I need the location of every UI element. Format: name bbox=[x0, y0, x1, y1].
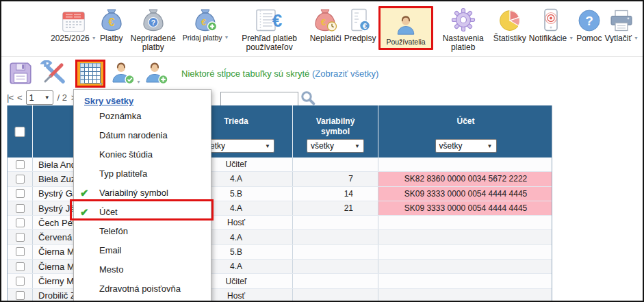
row-checkbox[interactable] bbox=[16, 204, 25, 213]
toolbar-item-label: 2025/2026▼ bbox=[51, 34, 96, 43]
svg-text:€: € bbox=[363, 22, 367, 30]
cell-variabilny-symbol bbox=[293, 245, 378, 259]
toolbar-item-notifikacie[interactable]: Notifikácie▼ bbox=[529, 6, 574, 43]
cell-ucet bbox=[378, 245, 552, 259]
cell-ucet bbox=[378, 158, 552, 171]
pagination: |< < 1 ▼ / 2 > bbox=[7, 90, 76, 105]
filter-value: všetky bbox=[311, 141, 334, 151]
cell-variabilny-symbol: 7 bbox=[293, 172, 378, 186]
column-visibility-menu: Skry všetky Poznámka Dátum narodenia Kon… bbox=[73, 89, 211, 302]
ledger-euro-icon: € bbox=[256, 6, 283, 32]
prev-page-button[interactable]: < bbox=[17, 92, 22, 103]
menu-item-koniec-studia[interactable]: Koniec štúdia bbox=[74, 145, 211, 164]
toolbar-item-platby[interactable]: € Platby bbox=[99, 6, 124, 43]
cell-ucet bbox=[378, 274, 552, 288]
cell-ucet bbox=[378, 216, 552, 229]
menu-item-mesto[interactable]: Mesto bbox=[74, 260, 211, 279]
chevron-down-icon: ▼ bbox=[224, 35, 229, 40]
row-checkbox[interactable] bbox=[16, 175, 25, 184]
toolbar-item-prehlad-platieb[interactable]: € Prehľad platieb používateľov bbox=[232, 6, 307, 52]
svg-text:€: € bbox=[108, 16, 114, 28]
header-ucet-cell: Účet všetky ▼ bbox=[378, 105, 552, 158]
page-select[interactable]: 1 ▼ bbox=[26, 90, 53, 105]
menu-item-zdravotna-poistovna[interactable]: Zdravotná poisťovňa bbox=[74, 279, 211, 299]
select-all-checkbox[interactable] bbox=[15, 127, 25, 137]
variabilny-symbol-filter-select[interactable]: všetky ▼ bbox=[307, 139, 364, 153]
chevron-down-icon: ▼ bbox=[265, 143, 270, 149]
toolbar-item-nepriradene-platby[interactable]: ? Nepriradené platby bbox=[127, 6, 180, 52]
column-chooser-button[interactable]: ▼ bbox=[75, 60, 105, 88]
chevron-down-icon: ▼ bbox=[355, 143, 360, 149]
tools-icon bbox=[40, 60, 68, 86]
action-toolbar: ▼ ▼ Niektoré stĺpce tabuľky sú skryté (Z… bbox=[1, 58, 643, 89]
menu-item-variabilny-symbol[interactable]: ✔ Variabilný symbol bbox=[74, 184, 211, 203]
first-page-button[interactable]: |< bbox=[7, 92, 13, 103]
toolbar-item-label: Používatelia bbox=[386, 38, 425, 47]
menu-item-poznamka[interactable]: Poznámka bbox=[74, 107, 211, 126]
toolbar-item-label: Pridaj platby▼ bbox=[183, 34, 229, 42]
row-checkbox[interactable] bbox=[16, 189, 25, 198]
add-user-button[interactable] bbox=[144, 61, 170, 86]
cell-variabilny-symbol bbox=[293, 274, 378, 288]
row-checkbox[interactable] bbox=[16, 233, 25, 242]
confirm-users-button[interactable]: ▼ bbox=[110, 61, 136, 86]
moneybag-question-icon: ? bbox=[141, 6, 166, 32]
toolbar-item-nastavenia-platieb[interactable]: Nastavenia platieb bbox=[436, 6, 491, 52]
toolbar-item-pridaj-platby[interactable]: € Pridaj platby▼ bbox=[183, 6, 229, 42]
calendar-icon bbox=[62, 6, 85, 32]
cell-variabilny-symbol bbox=[293, 230, 378, 244]
svg-text:?: ? bbox=[151, 18, 155, 27]
cell-variabilny-symbol bbox=[293, 289, 378, 302]
row-checkbox[interactable] bbox=[16, 160, 25, 169]
cell-ucet: SK09 3333 0000 0054 4444 4445 bbox=[378, 187, 552, 201]
svg-text:€: € bbox=[272, 10, 281, 31]
chevron-down-icon: ▼ bbox=[44, 95, 50, 101]
tools-button[interactable] bbox=[40, 60, 68, 86]
check-icon: ✔ bbox=[80, 203, 89, 222]
toolbar-item-label: Nastavenia platieb bbox=[436, 34, 491, 52]
toolbar-item-pouzivatelia[interactable]: Používatelia bbox=[378, 6, 433, 50]
row-checkbox[interactable] bbox=[16, 277, 25, 286]
toolbar-item-label: Vytlačiť▼ bbox=[605, 34, 639, 43]
header-variabilny-symbol-cell: Variabilný symbol všetky ▼ bbox=[293, 105, 378, 158]
toolbar-item-predpisy[interactable]: € Predpisy bbox=[344, 6, 376, 43]
row-checkbox[interactable] bbox=[16, 218, 25, 227]
cell-variabilny-symbol: 21 bbox=[293, 201, 378, 215]
save-button[interactable] bbox=[8, 61, 33, 86]
table-columns-icon bbox=[80, 63, 101, 84]
page-select-value: 1 bbox=[29, 92, 34, 103]
toolbar-item-school-year[interactable]: 2025/2026▼ bbox=[51, 6, 96, 43]
toolbar-item-label: Platby bbox=[100, 34, 123, 43]
menu-item-email[interactable]: Email bbox=[74, 241, 211, 260]
help-icon: ? bbox=[578, 6, 601, 32]
pie-chart-icon bbox=[498, 6, 521, 32]
cell-variabilny-symbol bbox=[293, 158, 378, 171]
ucet-filter-select[interactable]: všetky ▼ bbox=[435, 139, 497, 153]
toolbar-item-pomoc[interactable]: ? Pomoc bbox=[576, 6, 602, 43]
gear-icon bbox=[451, 6, 476, 32]
toolbar-item-label: Predpisy bbox=[344, 34, 376, 43]
menu-item-ucet[interactable]: ✔ Účet bbox=[74, 203, 211, 222]
filter-value: všetky bbox=[439, 141, 463, 151]
row-checkbox[interactable] bbox=[16, 262, 25, 271]
menu-item-datum-narodenia[interactable]: Dátum narodenia bbox=[74, 126, 211, 145]
menu-item-label: Účet bbox=[99, 207, 118, 217]
menu-item-telefon[interactable]: Telefón bbox=[74, 222, 211, 241]
cell-ucet bbox=[378, 289, 552, 302]
toolbar-item-vytlacit[interactable]: Vytlačiť▼ bbox=[605, 6, 639, 43]
hide-all-columns-link[interactable]: Skry všetky bbox=[84, 96, 133, 106]
search-input[interactable] bbox=[220, 92, 298, 107]
menu-item-label: Variabilný symbol bbox=[99, 188, 168, 198]
header-checkbox-cell bbox=[8, 105, 33, 158]
toolbar-item-statistiky[interactable]: Štatistiky bbox=[493, 6, 526, 43]
toolbar-item-neplatici[interactable]: € Neplatiči bbox=[310, 6, 342, 43]
svg-text:€: € bbox=[201, 17, 206, 27]
row-checkbox[interactable] bbox=[16, 291, 25, 300]
document-euro-icon: € bbox=[348, 6, 372, 32]
show-all-columns-link[interactable]: (Zobraziť všetky) bbox=[312, 68, 378, 79]
menu-item-typ-platitela[interactable]: Typ platiteľa bbox=[74, 164, 211, 184]
cell-variabilny-symbol: 14 bbox=[293, 187, 378, 201]
moneybag-overdue-icon: € bbox=[313, 6, 338, 32]
svg-text:€: € bbox=[321, 17, 326, 27]
row-checkbox[interactable] bbox=[16, 247, 25, 256]
